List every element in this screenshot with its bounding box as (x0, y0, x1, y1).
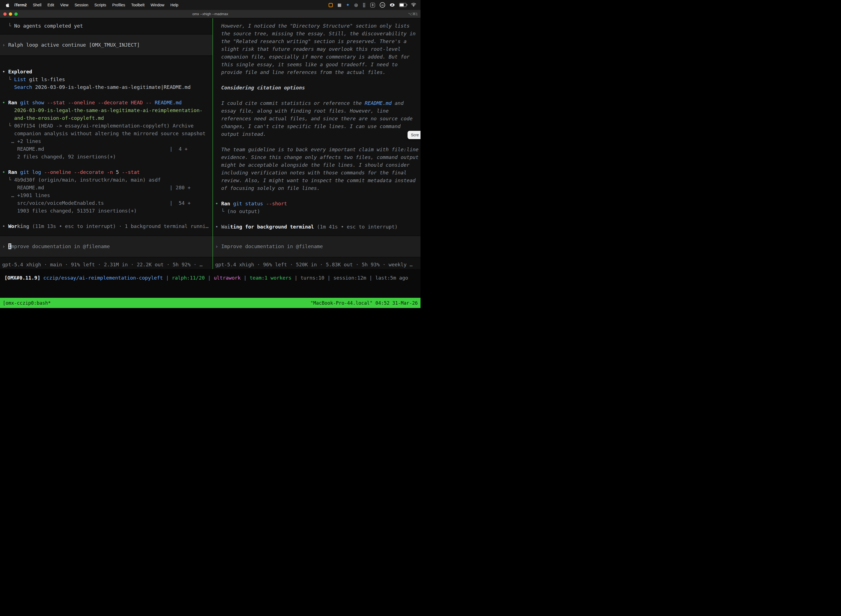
apps-grid-icon[interactable]: ⣿ (363, 3, 366, 7)
text-segment: session:12m (333, 275, 366, 281)
text-segment: Improve documentation in @filename (221, 243, 323, 249)
text-segment: 2026-03-09-is-legal-the-same-as-legitima… (32, 84, 190, 90)
left-prompt-input[interactable]: › Improve documentation in @filename (0, 236, 212, 257)
text-segment: Ran (8, 100, 18, 106)
text-segment (215, 216, 218, 222)
circle-app-icon[interactable]: ◎ (354, 3, 358, 7)
terminal-line: └ 067f154 (HEAD -> essay/ai-reimplementa… (0, 122, 212, 130)
text-segment (128, 100, 131, 106)
left-terminal-pane[interactable]: └ No agents completed yet› Ralph loop ac… (0, 18, 212, 269)
text-segment: Considering citation options (215, 85, 305, 91)
omx-status-bar: [OMX#0.11.9] cczip/essay/ai-reimplementa… (0, 269, 420, 298)
text-segment (2, 92, 5, 98)
text-segment: the source tree, missing the essay. Stil… (215, 31, 416, 37)
text-segment: Explored (8, 69, 32, 75)
text-segment: └ (2, 76, 14, 82)
screen-recording-icon[interactable] (329, 3, 333, 7)
terminal-line: README.md | 4 + (0, 145, 212, 153)
text-segment: Ran (221, 201, 230, 207)
terminal-line: src/voice/voiceModeEnabled.ts | 54 + (0, 199, 212, 207)
menu-item-window[interactable]: Window (148, 3, 167, 7)
text-segment (215, 92, 218, 98)
text-segment: changes, I can't cite specific file line… (215, 123, 401, 129)
text-segment: › (2, 243, 8, 249)
text-segment: companion file, especially if more comme… (215, 54, 409, 60)
tmux-host-clock: "MacBook-Pro-44.local" 04:52 31-Mar-26 (311, 300, 418, 306)
wifi-icon[interactable] (411, 3, 416, 7)
text-segment: Ralph loop active continue [OMX_TMUX_INJ… (8, 42, 140, 48)
terminal-line (213, 76, 420, 84)
terminal-line: Search 2026-03-09-is-legal-the-same-as-l… (0, 84, 212, 91)
text-segment: team:1 workers (250, 275, 292, 281)
terminal-line: └ 4b9d30f (origin/main, instructkr/main,… (0, 176, 212, 184)
terminal-line: might be acceptable alongside the file l… (213, 161, 420, 169)
menu-item-help[interactable]: Help (167, 3, 182, 7)
text-segment: last:5m ago (375, 275, 408, 281)
menu-item-session[interactable]: Session (72, 3, 91, 7)
text-segment: | (205, 275, 214, 281)
minimize-button[interactable] (9, 12, 12, 16)
right-prompt-input[interactable]: › Improve documentation in @filename (213, 236, 420, 257)
stat-8-icon[interactable]: 8 (370, 3, 375, 7)
text-segment: git log (20, 169, 41, 175)
apple-menu[interactable] (6, 3, 10, 7)
text-segment (113, 169, 116, 175)
menu-item-toolbelt[interactable]: Toolbelt (128, 3, 148, 7)
text-segment: -- (146, 100, 152, 106)
text-segment: mprove documentation in @filename (11, 243, 110, 249)
menu-item-view[interactable]: View (57, 3, 72, 7)
terminal-line: evidence. Since this change only affects… (213, 154, 420, 161)
zoom-button[interactable] (14, 12, 18, 16)
terminal-line: of focusing solely on file lines. (213, 184, 420, 192)
text-segment: • (215, 201, 221, 207)
text-segment: └ (2, 123, 14, 129)
menu-item-shell[interactable]: Shell (30, 3, 44, 7)
text-segment (104, 169, 107, 175)
screen-capture-chip[interactable]: Scre (407, 131, 420, 139)
text-segment: king (17, 223, 29, 229)
text-segment: | (163, 275, 172, 281)
blue-app-icon[interactable]: ✦ (346, 3, 350, 7)
text-segment: Search (14, 84, 32, 90)
terminal-line: [OMX#0.11.9] cczip/essay/ai-reimplementa… (2, 274, 418, 282)
close-button[interactable] (3, 12, 7, 16)
text-segment (143, 100, 146, 106)
text-segment: --oneline --decorate (44, 169, 104, 175)
right-terminal-pane[interactable]: However, I noticed the "Directory Struct… (213, 18, 420, 269)
screen: iTerm2ShellEditViewSessionScriptsProfile… (0, 0, 420, 308)
text-segment (230, 201, 233, 207)
text-segment: • (2, 169, 8, 175)
text-segment: Wor (8, 223, 18, 229)
input-source-icon[interactable]: A (390, 3, 394, 7)
text-segment: references need actual files, and since … (215, 116, 413, 122)
terminal-line: gpt-5.4 xhigh · main · 91% left · 2.31M … (0, 261, 212, 268)
window-titlebar[interactable]: omx --xhigh --madmax ⌥⌘1 (0, 10, 420, 18)
text-segment: • (2, 100, 8, 106)
text-segment: output instead. (215, 131, 266, 137)
text-segment: (11m 13s • esc to interrupt) · 1 backgro… (29, 223, 209, 229)
menu-item-iterm2[interactable]: iTerm2 (11, 3, 30, 7)
text-segment (2, 107, 14, 113)
ralph-inject-banner[interactable]: › Ralph loop active continue [OMX_TMUX_I… (0, 34, 212, 56)
terminal-line: └ (no output) (213, 208, 420, 215)
text-segment: I (8, 243, 11, 249)
terminal-line: • Ran git show --stat --oneline --decora… (0, 99, 212, 107)
terminal-line: 2026-03-09-is-legal-the-same-as-legitima… (0, 107, 212, 114)
text-segment (215, 77, 218, 83)
terminal-line: gpt-5.4 xhigh · 96% left · 520K in · 5.8… (213, 261, 420, 268)
terminal-line: … +1901 lines (0, 192, 212, 199)
text-segment: • (2, 223, 8, 229)
menu-item-edit[interactable]: Edit (44, 3, 57, 7)
terminal-line: › Improve documentation in @filename (0, 243, 212, 250)
battery-gauge-icon[interactable]: .61 (379, 2, 385, 8)
menu-item-scripts[interactable]: Scripts (91, 3, 109, 7)
text-segment: | (292, 275, 300, 281)
text-segment: I could cite commit statistics or refere… (215, 100, 365, 106)
text-segment: 2026-03-09-is-legal-the-same-as-legitima… (14, 107, 202, 113)
battery-icon[interactable] (399, 3, 406, 7)
text-segment: git show (20, 100, 44, 106)
menu-item-profiles[interactable]: Profiles (109, 3, 128, 7)
left-status-line: gpt-5.4 xhigh · main · 91% left · 2.31M … (0, 261, 212, 268)
window-grid-icon[interactable]: ▦ (337, 3, 341, 7)
window-shortcut-badge: ⌥⌘1 (408, 12, 418, 16)
